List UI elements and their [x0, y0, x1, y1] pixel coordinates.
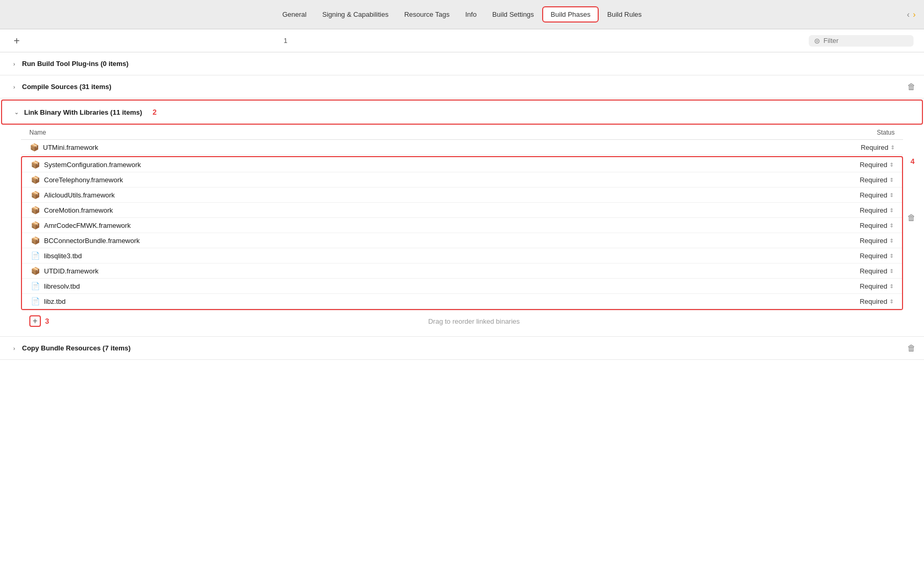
- file-name: UTMini.framework: [43, 144, 856, 151]
- file-name: UTDID.framework: [44, 267, 855, 275]
- phase-link-binary: ⌄ Link Binary With Libraries (11 items) …: [0, 100, 924, 337]
- sort-arrows-icon[interactable]: ⇕: [889, 268, 894, 274]
- annotation-4: 4: [910, 157, 915, 166]
- file-name: AmrCodecFMWK.framework: [44, 222, 855, 229]
- framework-icon: 📦: [29, 143, 39, 151]
- content-area: › Run Build Tool Plug-ins (0 items) › Co…: [0, 52, 924, 572]
- file-status: Required ⇕: [860, 222, 894, 229]
- framework-icon: 📦: [30, 175, 40, 184]
- add-binary-button[interactable]: +: [29, 315, 41, 327]
- table-row: 📦 BCConnectorBundle.framework Required ⇕: [22, 233, 902, 248]
- file-name: libsqlite3.tbd: [44, 252, 855, 260]
- table-header-row: Name Status: [21, 126, 903, 140]
- forward-arrow[interactable]: ›: [913, 10, 916, 19]
- drag-hint: Drag to reorder linked binaries: [53, 317, 895, 325]
- sort-arrows-icon[interactable]: ⇕: [889, 238, 894, 244]
- chevron-right-icon: ›: [10, 61, 18, 67]
- phase-run-build-tool: › Run Build Tool Plug-ins (0 items): [0, 52, 924, 75]
- link-binary-table: Name Status 📦 UTMini.framework Required …: [0, 126, 924, 336]
- file-name: CoreMotion.framework: [44, 206, 855, 214]
- file-status: Required ⇕: [860, 161, 894, 169]
- delete-link-binary-button[interactable]: 🗑: [907, 214, 916, 222]
- file-status: Required ⇕: [860, 206, 894, 214]
- framework-icon: 📦: [30, 206, 40, 214]
- add-binary-row: + 3 Drag to reorder linked binaries: [21, 311, 903, 331]
- sort-arrows-icon[interactable]: ⇕: [889, 283, 894, 289]
- sort-arrows-icon[interactable]: ⇕: [890, 145, 895, 150]
- file-name: AlicloudUtils.framework: [44, 191, 855, 199]
- file-status: Required ⇕: [860, 267, 894, 275]
- col-name-header: Name: [29, 129, 46, 136]
- delete-compile-sources-button[interactable]: 🗑: [907, 83, 916, 91]
- file-status: Required ⇕: [860, 282, 894, 290]
- chevron-down-icon: ⌄: [13, 109, 20, 116]
- tab-build-phases[interactable]: Build Phases: [542, 6, 599, 23]
- file-status: Required ⇕: [860, 252, 894, 260]
- tbd-icon: 📄: [30, 251, 40, 260]
- sort-arrows-icon[interactable]: ⇕: [889, 177, 894, 183]
- col-status-header: Status: [877, 129, 895, 136]
- sort-arrows-icon[interactable]: ⇕: [889, 299, 894, 304]
- sort-arrows-icon[interactable]: ⇕: [889, 253, 894, 259]
- tab-general[interactable]: General: [275, 7, 314, 21]
- outlined-rows-group: 4 📦 SystemConfiguration.framework Requir…: [21, 156, 903, 310]
- sort-arrows-icon[interactable]: ⇕: [889, 162, 894, 168]
- add-phase-button[interactable]: +: [10, 35, 23, 47]
- sort-arrows-icon[interactable]: ⇕: [889, 192, 894, 198]
- filter-wrap: ⊜: [809, 35, 914, 47]
- framework-icon: 📦: [30, 191, 40, 199]
- phase-link-binary-title: Link Binary With Libraries (11 items): [24, 108, 142, 116]
- filter-icon: ⊜: [814, 37, 820, 45]
- chevron-right-icon-4: ›: [10, 345, 18, 351]
- phase-copy-bundle-header[interactable]: › Copy Bundle Resources (7 items): [0, 337, 924, 359]
- tab-signing[interactable]: Signing & Capabilities: [315, 7, 395, 21]
- phase-link-binary-header[interactable]: ⌄ Link Binary With Libraries (11 items) …: [1, 100, 923, 125]
- table-row: 📄 libresolv.tbd Required ⇕: [22, 279, 902, 294]
- file-name: BCConnectorBundle.framework: [44, 237, 855, 245]
- delete-copy-bundle-button[interactable]: 🗑: [907, 344, 916, 353]
- phase-compile-sources-title: Compile Sources (31 items): [22, 83, 112, 91]
- tab-build-rules[interactable]: Build Rules: [600, 7, 649, 21]
- table-row: 📦 SystemConfiguration.framework Required…: [22, 157, 902, 172]
- file-name: SystemConfiguration.framework: [44, 161, 855, 169]
- table-row: 📦 CoreMotion.framework Required ⇕: [22, 203, 902, 218]
- file-name: libresolv.tbd: [44, 282, 855, 290]
- tab-resource-tags[interactable]: Resource Tags: [397, 7, 457, 21]
- tab-info[interactable]: Info: [458, 7, 484, 21]
- table-row: 📦 AmrCodecFMWK.framework Required ⇕: [22, 218, 902, 233]
- table-row: 📄 libz.tbd Required ⇕: [22, 294, 902, 309]
- chevron-right-icon-2: ›: [10, 84, 18, 90]
- table-row: 📦 UTMini.framework Required ⇕: [21, 140, 903, 155]
- annotation-3: 3: [45, 317, 49, 325]
- file-status: Required ⇕: [860, 191, 894, 199]
- sort-arrows-icon[interactable]: ⇕: [889, 207, 894, 213]
- tbd-icon: 📄: [30, 297, 40, 305]
- top-nav: General Signing & Capabilities Resource …: [0, 0, 924, 29]
- framework-icon: 📦: [30, 160, 40, 169]
- table-row: 📦 CoreTelephony.framework Required ⇕: [22, 172, 902, 188]
- file-name: CoreTelephony.framework: [44, 176, 855, 184]
- nav-arrows: ‹ ›: [907, 10, 916, 19]
- phase-compile-sources: › Compile Sources (31 items) 🗑: [0, 75, 924, 98]
- tab-bar: General Signing & Capabilities Resource …: [10, 6, 914, 23]
- file-status: Required ⇕: [861, 144, 895, 151]
- toolbar: + 1 ⊜: [0, 29, 924, 52]
- framework-icon: 📦: [30, 221, 40, 229]
- toolbar-badge: 1: [283, 37, 287, 45]
- table-row: 📦 UTDID.framework Required ⇕: [22, 263, 902, 279]
- table-row: 📦 AlicloudUtils.framework Required ⇕: [22, 188, 902, 203]
- sort-arrows-icon[interactable]: ⇕: [889, 223, 894, 228]
- phase-compile-sources-header[interactable]: › Compile Sources (31 items): [0, 75, 924, 98]
- phase-copy-bundle-title: Copy Bundle Resources (7 items): [22, 344, 130, 352]
- file-status: Required ⇕: [860, 298, 894, 305]
- phase-copy-bundle: › Copy Bundle Resources (7 items) 🗑: [0, 337, 924, 360]
- table-row: 📄 libsqlite3.tbd Required ⇕: [22, 248, 902, 263]
- phase-run-build-tool-header[interactable]: › Run Build Tool Plug-ins (0 items): [0, 52, 924, 75]
- phase-run-build-tool-title: Run Build Tool Plug-ins (0 items): [22, 60, 128, 68]
- back-arrow[interactable]: ‹: [907, 10, 909, 19]
- tbd-icon: 📄: [30, 282, 40, 290]
- file-status: Required ⇕: [860, 237, 894, 245]
- tab-build-settings[interactable]: Build Settings: [485, 7, 542, 21]
- framework-icon: 📦: [30, 236, 40, 245]
- filter-input[interactable]: [823, 37, 897, 45]
